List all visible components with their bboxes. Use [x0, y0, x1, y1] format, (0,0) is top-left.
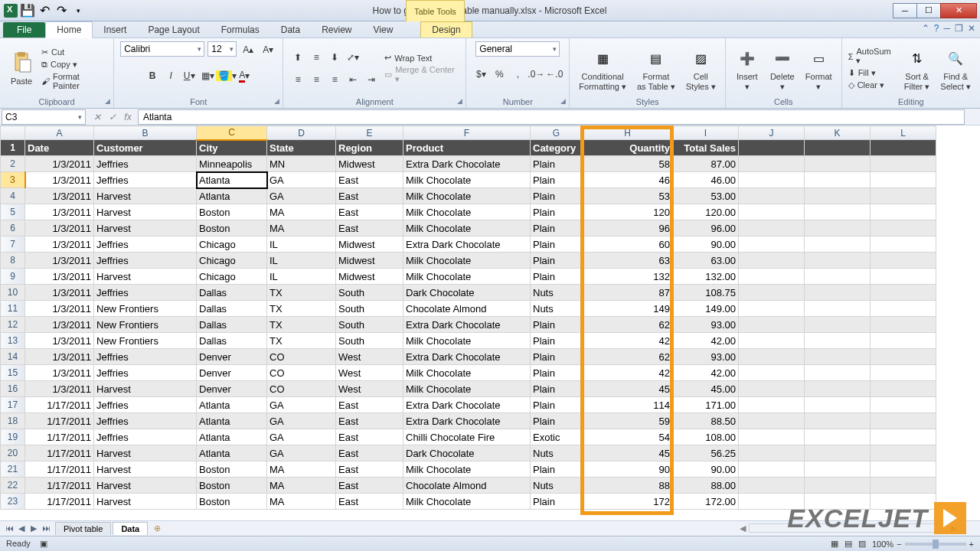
fill-button[interactable]: ⬇Fill ▾ [848, 67, 897, 79]
cell-H5[interactable]: 120 [583, 204, 673, 220]
cell-A8[interactable]: 1/3/2011 [25, 253, 94, 269]
view-pagebreak-icon[interactable]: ▨ [858, 539, 866, 549]
col-header-B[interactable]: B [94, 126, 197, 140]
row-header-17[interactable]: 17 [1, 397, 25, 413]
number-format-combo[interactable]: General [475, 41, 560, 57]
cell-J10[interactable] [739, 285, 805, 301]
cell-E15[interactable]: West [336, 365, 403, 381]
cell-C2[interactable]: Minneapolis [197, 156, 267, 172]
cell-J21[interactable] [739, 461, 805, 478]
cell-E18[interactable]: East [336, 413, 403, 429]
cell-C16[interactable]: Denver [197, 381, 267, 397]
row-header-11[interactable]: 11 [1, 301, 25, 317]
cell-D9[interactable]: IL [267, 269, 336, 285]
cell-G2[interactable]: Plain [531, 156, 583, 172]
currency-button[interactable]: $▾ [472, 66, 489, 83]
cell-L14[interactable] [871, 349, 936, 365]
cell-C18[interactable]: Atlanta [197, 413, 267, 429]
cell-J9[interactable] [739, 269, 805, 285]
cell-I4[interactable]: 53.00 [673, 188, 739, 204]
cell-H23[interactable]: 172 [583, 494, 673, 510]
cell-E16[interactable]: West [336, 381, 403, 397]
col-header-K[interactable]: K [805, 126, 871, 140]
row-header-23[interactable]: 23 [1, 494, 25, 510]
cell-K22[interactable] [805, 478, 871, 494]
cell-A14[interactable]: 1/3/2011 [25, 349, 94, 365]
font-size-combo[interactable]: 12 [207, 41, 237, 57]
tab-data[interactable]: Data [270, 22, 311, 37]
name-box[interactable]: C3▾ [2, 109, 86, 125]
sheet-tab-pivot table[interactable]: Pivot table [55, 522, 111, 535]
sheet-nav-first-icon[interactable]: ⏮ [3, 523, 15, 533]
cell-D23[interactable]: MA [267, 494, 336, 510]
cell-K20[interactable] [805, 445, 871, 461]
tab-insert[interactable]: Insert [93, 22, 137, 37]
cell-L21[interactable] [871, 461, 936, 478]
cell-K8[interactable] [805, 253, 871, 269]
fx-icon[interactable]: fx [121, 110, 135, 124]
cell-L15[interactable] [871, 365, 936, 381]
cell-A7[interactable]: 1/3/2011 [25, 236, 94, 253]
sheet-tab-data[interactable]: Data [113, 522, 148, 535]
cell-F21[interactable]: Milk Chocolate [403, 461, 531, 478]
row-header-14[interactable]: 14 [1, 349, 25, 365]
cell-H4[interactable]: 53 [583, 188, 673, 204]
cell-A21[interactable]: 1/17/2011 [25, 461, 94, 478]
format-button[interactable]: ▭Format ▾ [802, 44, 835, 92]
zoom-level[interactable]: 100% [872, 540, 893, 549]
cell-C14[interactable]: Denver [197, 349, 267, 365]
cell-G20[interactable]: Nuts [531, 445, 583, 461]
cell-C6[interactable]: Boston [197, 220, 267, 236]
cell-I3[interactable]: 46.00 [673, 172, 739, 188]
cell-E4[interactable]: East [336, 188, 403, 204]
header-cell[interactable] [871, 140, 936, 156]
cell-I22[interactable]: 88.00 [673, 478, 739, 494]
header-cell[interactable]: State [267, 140, 336, 156]
cancel-formula-icon[interactable]: ✕ [90, 110, 104, 124]
cell-F18[interactable]: Extra Dark Chocolate [403, 413, 531, 429]
cell-D6[interactable]: MA [267, 220, 336, 236]
cell-E7[interactable]: Midwest [336, 236, 403, 253]
cell-K10[interactable] [805, 285, 871, 301]
cell-I2[interactable]: 87.00 [673, 156, 739, 172]
cell-D10[interactable]: TX [267, 285, 336, 301]
col-header-A[interactable]: A [25, 126, 94, 140]
header-cell[interactable]: Product [403, 140, 531, 156]
cell-A22[interactable]: 1/17/2011 [25, 478, 94, 494]
cell-D20[interactable]: GA [267, 445, 336, 461]
cell-K5[interactable] [805, 204, 871, 220]
cell-F9[interactable]: Milk Chocolate [403, 269, 531, 285]
delete-button[interactable]: ➖Delete ▾ [767, 44, 798, 92]
cell-L2[interactable] [871, 156, 936, 172]
cell-K2[interactable] [805, 156, 871, 172]
cell-L17[interactable] [871, 397, 936, 413]
cell-B9[interactable]: Harvest [94, 269, 197, 285]
grow-font-icon[interactable]: A▴ [240, 41, 256, 58]
cell-J4[interactable] [739, 188, 805, 204]
cell-H17[interactable]: 114 [583, 397, 673, 413]
format-as-table-button[interactable]: ▤Format as Table ▾ [634, 44, 678, 92]
workbook-restore-icon[interactable]: ❐ [955, 23, 963, 34]
cell-B16[interactable]: Harvest [94, 381, 197, 397]
cell-F16[interactable]: Milk Chocolate [403, 381, 531, 397]
cell-K17[interactable] [805, 397, 871, 413]
cell-D12[interactable]: TX [267, 317, 336, 333]
cell-A15[interactable]: 1/3/2011 [25, 365, 94, 381]
redo-icon[interactable]: ↷ [54, 3, 69, 18]
font-name-combo[interactable]: Calibri [120, 41, 204, 57]
cell-L13[interactable] [871, 333, 936, 349]
cell-F11[interactable]: Chocolate Almond [403, 301, 531, 317]
cell-H15[interactable]: 42 [583, 365, 673, 381]
cell-B23[interactable]: Harvest [94, 494, 197, 510]
header-cell[interactable]: Quantity [583, 140, 673, 156]
cell-A4[interactable]: 1/3/2011 [25, 188, 94, 204]
cell-F14[interactable]: Extra Dark Chocolate [403, 349, 531, 365]
zoom-out-icon[interactable]: − [897, 540, 901, 549]
cell-A9[interactable]: 1/3/2011 [25, 269, 94, 285]
cell-I20[interactable]: 56.25 [673, 445, 739, 461]
cell-D17[interactable]: GA [267, 397, 336, 413]
cell-B17[interactable]: Jeffries [94, 397, 197, 413]
cell-L20[interactable] [871, 445, 936, 461]
cell-D19[interactable]: GA [267, 429, 336, 445]
header-cell[interactable]: Date [25, 140, 94, 156]
